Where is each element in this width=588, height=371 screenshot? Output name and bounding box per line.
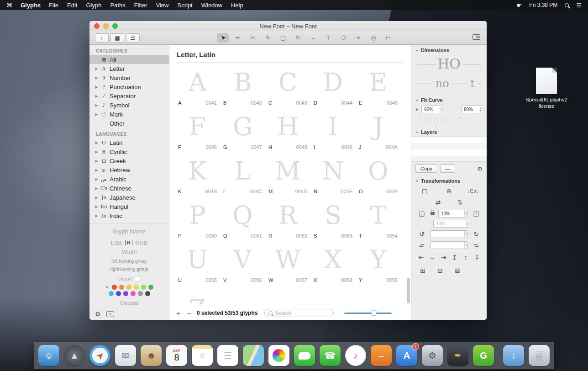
clear-color-icon[interactable]: ✕ [105,285,109,290]
rsb-field[interactable]: RSB [136,239,148,246]
stepper[interactable]: ▴▾ [464,231,467,238]
dock-icon-messages[interactable] [294,345,315,366]
close-button[interactable] [94,23,100,29]
disclosure-triangle-icon[interactable]: ▶ [94,85,99,89]
scale-x-field[interactable]: 10% ▴▾ [438,210,467,217]
glyph-cell[interactable]: J J 004A [356,110,401,154]
language-item[interactable]: ▶ Ja Japanese [89,193,169,202]
glyph-cell[interactable]: H H 0048 [265,110,310,154]
fit-step-dot[interactable] [451,118,455,122]
scrollbar-handle[interactable] [407,278,410,303]
fit-curve-min-field[interactable]: 60% ▴▾ [421,106,442,113]
disclosure-triangle-icon[interactable]: ▶ [94,141,99,145]
glyph-cell[interactable]: S S 0053 [310,198,356,243]
sidebar-settings-icon[interactable]: ⚙ [95,310,101,318]
export-checkbox[interactable] [135,276,140,281]
category-item[interactable]: ▦ All [89,55,169,64]
color-swatch[interactable] [116,291,121,296]
glyph-cell[interactable]: K K 004B [175,154,220,198]
glyph-cell[interactable]: L L 004C [220,154,265,198]
lock-proportions-icon[interactable] [430,212,435,215]
category-item[interactable]: ▶ ♪ Symbol [89,101,169,110]
disclosure-triangle-icon[interactable]: ▶ [94,186,99,191]
intersect-icon[interactable]: ⊠ [452,266,463,275]
dock-icon-downloads[interactable]: ↓ [503,345,524,366]
glyph-cell[interactable]: W W 0057 [265,243,310,287]
draw-tool[interactable]: ✒ [232,33,244,42]
remove-glyph-button[interactable]: − [186,309,193,317]
dock-icon-system-preferences[interactable]: ⚙ [422,345,443,366]
glyph-cell[interactable]: I I 0049 [310,110,356,154]
left-kerning-field[interactable]: left kerning group [93,259,165,264]
stepper[interactable]: ▴▾ [464,242,467,249]
text-tool[interactable]: T [322,33,334,42]
fit-step-dot[interactable] [465,118,469,122]
align-center-v-icon[interactable]: ↕ [462,253,470,262]
menu-clock[interactable]: Fri 3:38 PM [529,2,557,8]
menu-item[interactable]: View [156,2,169,9]
fit-curve-header[interactable]: ▼ Fit Curve [411,95,487,104]
hand-tool[interactable]: ⌖ [352,33,364,42]
rotate-tool[interactable]: ↻ [292,33,304,42]
disclosure-triangle-icon[interactable]: ▶ [94,159,99,163]
language-item[interactable]: ▶ Ch Chinese [89,184,169,193]
glyph-cell[interactable]: P P 0050 [175,198,220,243]
dock-icon-maps[interactable] [243,345,264,366]
notification-center-icon[interactable]: ☰ [576,2,582,9]
glyph-cell[interactable]: V V 0056 [220,243,265,287]
align-bottom-icon[interactable]: ↧ [473,253,482,262]
language-item[interactable]: ▶ In Indic [89,211,169,220]
color-swatch[interactable] [119,285,124,290]
color-swatch[interactable] [112,285,117,290]
color-swatch[interactable] [126,285,131,290]
category-item[interactable]: ▶ 9 Number [89,73,169,82]
stepper[interactable]: ▴▾ [479,106,482,113]
color-swatch[interactable] [138,291,143,296]
color-swatch[interactable] [134,285,139,290]
minimize-button[interactable] [103,23,109,29]
erase-tool[interactable]: ✂ [247,33,259,42]
fit-step-dot[interactable] [417,118,421,122]
glyph-cell[interactable]: G G 0047 [220,110,265,154]
language-item[interactable]: ▶ Я Cyrillic [89,147,169,156]
disclosure-triangle-icon[interactable]: ▶ [94,196,99,200]
spotlight-icon[interactable] [565,3,569,7]
panel-toggle-button[interactable] [472,34,481,41]
window-titlebar[interactable]: New Font – New Font [89,21,487,31]
menu-item[interactable]: Paths [110,2,125,9]
flip-vertical-icon[interactable]: ⇅ [454,198,466,207]
annotation-tool[interactable]: ❍ [337,33,349,42]
fit-step-dot[interactable] [424,118,428,122]
category-item[interactable]: ▶ ? Punctuation [89,82,169,91]
menu-item[interactable]: File [49,2,58,9]
glyph-cell[interactable]: N N 004E [310,154,356,198]
primitives-tool[interactable]: ▢ [277,33,289,42]
glyph-cell[interactable]: T T 0054 [356,198,401,243]
glyph-cell[interactable]: O O 004F [356,154,401,198]
scale-up-icon[interactable]: ◳ [470,209,482,218]
glyph-cell[interactable]: M M 004D [265,154,310,198]
dock-icon-calendar[interactable]: SEP 8 [166,345,187,366]
disclosure-triangle-icon[interactable]: ▶ [94,168,99,172]
collapse-triangle-icon[interactable]: ▼ [415,180,419,183]
menu-item[interactable]: Script [178,2,193,9]
menu-item[interactable]: Filter [134,2,147,9]
dimensions-header[interactable]: ▼ Dimensions [411,45,487,54]
category-item[interactable]: Other [89,119,169,128]
dock-icon-photos[interactable] [268,345,289,366]
disclosure-triangle-icon[interactable]: ▶ [94,76,99,80]
language-item[interactable]: ▶ Ω Greek [89,156,169,165]
fit-step-dot[interactable] [458,118,462,122]
scale-down-icon[interactable]: ◱ [416,209,428,218]
collapse-triangle-icon[interactable]: ▼ [415,99,419,102]
slant-field[interactable]: ▴▾ [430,241,467,249]
color-swatch[interactable] [109,291,114,296]
glyph-cell[interactable]: D D 0044 [310,65,356,110]
disclosure-triangle-icon[interactable]: ▶ [94,150,99,154]
language-item[interactable]: ▶ ض Arabic [89,175,169,184]
category-item[interactable]: ▶ ◌́ Mark [89,110,169,119]
measure-tool[interactable]: ⊢ [383,33,394,42]
stepper[interactable]: ▴▾ [440,106,442,113]
stepper[interactable]: ▴▾ [466,220,469,227]
dock-icon-app-store[interactable]: A 1 [396,345,417,366]
